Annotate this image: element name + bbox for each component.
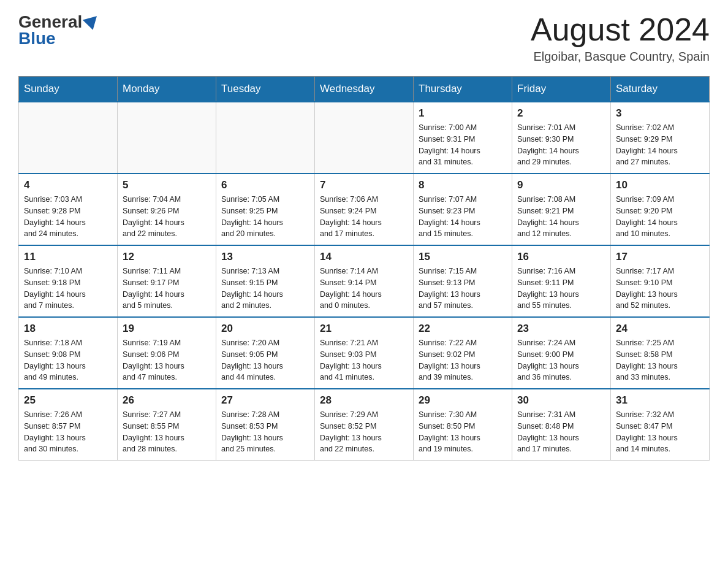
day-number: 26 xyxy=(123,394,211,407)
calendar-cell xyxy=(19,102,118,174)
calendar-week-row: 11Sunrise: 7:10 AM Sunset: 9:18 PM Dayli… xyxy=(19,245,710,317)
day-number: 15 xyxy=(419,251,507,263)
day-number: 16 xyxy=(517,251,605,263)
calendar-cell: 18Sunrise: 7:18 AM Sunset: 9:08 PM Dayli… xyxy=(19,317,118,389)
calendar-header-wednesday: Wednesday xyxy=(315,77,414,102)
sun-info: Sunrise: 7:29 AM Sunset: 8:52 PM Dayligh… xyxy=(320,409,408,455)
sun-info: Sunrise: 7:02 AM Sunset: 9:29 PM Dayligh… xyxy=(616,122,704,168)
sun-info: Sunrise: 7:24 AM Sunset: 9:00 PM Dayligh… xyxy=(517,337,605,383)
day-number: 12 xyxy=(123,251,211,263)
sun-info: Sunrise: 7:20 AM Sunset: 9:05 PM Dayligh… xyxy=(221,337,309,383)
calendar-cell: 19Sunrise: 7:19 AM Sunset: 9:06 PM Dayli… xyxy=(118,317,216,389)
calendar-cell: 25Sunrise: 7:26 AM Sunset: 8:57 PM Dayli… xyxy=(19,389,118,461)
calendar-header-thursday: Thursday xyxy=(414,77,512,102)
sun-info: Sunrise: 7:22 AM Sunset: 9:02 PM Dayligh… xyxy=(419,337,507,383)
calendar-cell: 10Sunrise: 7:09 AM Sunset: 9:20 PM Dayli… xyxy=(611,174,710,245)
logo: General Blue xyxy=(18,12,99,48)
day-number: 9 xyxy=(517,179,605,191)
calendar-cell: 9Sunrise: 7:08 AM Sunset: 9:21 PM Daylig… xyxy=(512,174,611,245)
day-number: 18 xyxy=(24,323,112,335)
sun-info: Sunrise: 7:16 AM Sunset: 9:11 PM Dayligh… xyxy=(517,266,605,312)
day-number: 27 xyxy=(221,394,309,407)
sun-info: Sunrise: 7:07 AM Sunset: 9:23 PM Dayligh… xyxy=(419,194,507,240)
calendar-week-row: 1Sunrise: 7:00 AM Sunset: 9:31 PM Daylig… xyxy=(19,102,710,174)
title-area: August 2024 Elgoibar, Basque Country, Sp… xyxy=(531,12,710,64)
sun-info: Sunrise: 7:31 AM Sunset: 8:48 PM Dayligh… xyxy=(517,409,605,455)
day-number: 24 xyxy=(616,323,704,335)
day-number: 11 xyxy=(24,251,112,263)
sun-info: Sunrise: 7:04 AM Sunset: 9:26 PM Dayligh… xyxy=(123,194,211,240)
sun-info: Sunrise: 7:21 AM Sunset: 9:03 PM Dayligh… xyxy=(320,337,408,383)
day-number: 19 xyxy=(123,323,211,335)
day-number: 21 xyxy=(320,323,408,335)
sun-info: Sunrise: 7:26 AM Sunset: 8:57 PM Dayligh… xyxy=(24,409,112,455)
day-number: 1 xyxy=(419,107,507,120)
sun-info: Sunrise: 7:00 AM Sunset: 9:31 PM Dayligh… xyxy=(419,122,507,168)
sun-info: Sunrise: 7:11 AM Sunset: 9:17 PM Dayligh… xyxy=(123,266,211,312)
sun-info: Sunrise: 7:30 AM Sunset: 8:50 PM Dayligh… xyxy=(419,409,507,455)
sun-info: Sunrise: 7:01 AM Sunset: 9:30 PM Dayligh… xyxy=(517,122,605,168)
day-number: 17 xyxy=(616,251,704,263)
calendar-cell: 4Sunrise: 7:03 AM Sunset: 9:28 PM Daylig… xyxy=(19,174,118,245)
calendar-cell: 2Sunrise: 7:01 AM Sunset: 9:30 PM Daylig… xyxy=(512,102,611,174)
sun-info: Sunrise: 7:17 AM Sunset: 9:10 PM Dayligh… xyxy=(616,266,704,312)
sun-info: Sunrise: 7:19 AM Sunset: 9:06 PM Dayligh… xyxy=(123,337,211,383)
month-year-title: August 2024 xyxy=(531,12,710,47)
sun-info: Sunrise: 7:25 AM Sunset: 8:58 PM Dayligh… xyxy=(616,337,704,383)
calendar-cell: 30Sunrise: 7:31 AM Sunset: 8:48 PM Dayli… xyxy=(512,389,611,461)
calendar-cell: 21Sunrise: 7:21 AM Sunset: 9:03 PM Dayli… xyxy=(315,317,414,389)
day-number: 7 xyxy=(320,179,408,191)
calendar-header-sunday: Sunday xyxy=(19,77,118,102)
calendar-cell xyxy=(118,102,216,174)
calendar-cell: 3Sunrise: 7:02 AM Sunset: 9:29 PM Daylig… xyxy=(611,102,710,174)
calendar-cell: 5Sunrise: 7:04 AM Sunset: 9:26 PM Daylig… xyxy=(118,174,216,245)
sun-info: Sunrise: 7:14 AM Sunset: 9:14 PM Dayligh… xyxy=(320,266,408,312)
calendar-cell: 26Sunrise: 7:27 AM Sunset: 8:55 PM Dayli… xyxy=(118,389,216,461)
sun-info: Sunrise: 7:10 AM Sunset: 9:18 PM Dayligh… xyxy=(24,266,112,312)
sun-info: Sunrise: 7:06 AM Sunset: 9:24 PM Dayligh… xyxy=(320,194,408,240)
calendar-cell: 22Sunrise: 7:22 AM Sunset: 9:02 PM Dayli… xyxy=(414,317,512,389)
day-number: 30 xyxy=(517,394,605,407)
calendar-cell: 16Sunrise: 7:16 AM Sunset: 9:11 PM Dayli… xyxy=(512,245,611,317)
day-number: 8 xyxy=(419,179,507,191)
calendar-week-row: 18Sunrise: 7:18 AM Sunset: 9:08 PM Dayli… xyxy=(19,317,710,389)
day-number: 29 xyxy=(419,394,507,407)
day-number: 25 xyxy=(24,394,112,407)
calendar-header-tuesday: Tuesday xyxy=(216,77,315,102)
logo-blue: Blue xyxy=(18,29,99,48)
calendar-cell xyxy=(216,102,315,174)
sun-info: Sunrise: 7:15 AM Sunset: 9:13 PM Dayligh… xyxy=(419,266,507,312)
calendar-cell: 20Sunrise: 7:20 AM Sunset: 9:05 PM Dayli… xyxy=(216,317,315,389)
calendar-week-row: 25Sunrise: 7:26 AM Sunset: 8:57 PM Dayli… xyxy=(19,389,710,461)
calendar-cell: 29Sunrise: 7:30 AM Sunset: 8:50 PM Dayli… xyxy=(414,389,512,461)
day-number: 10 xyxy=(616,179,704,191)
location-subtitle: Elgoibar, Basque Country, Spain xyxy=(531,50,710,64)
day-number: 3 xyxy=(616,107,704,120)
day-number: 20 xyxy=(221,323,309,335)
calendar-cell xyxy=(315,102,414,174)
calendar-cell: 23Sunrise: 7:24 AM Sunset: 9:00 PM Dayli… xyxy=(512,317,611,389)
calendar-cell: 8Sunrise: 7:07 AM Sunset: 9:23 PM Daylig… xyxy=(414,174,512,245)
sun-info: Sunrise: 7:32 AM Sunset: 8:47 PM Dayligh… xyxy=(616,409,704,455)
calendar-cell: 13Sunrise: 7:13 AM Sunset: 9:15 PM Dayli… xyxy=(216,245,315,317)
header: General Blue August 2024 Elgoibar, Basqu… xyxy=(18,12,710,64)
calendar-header-saturday: Saturday xyxy=(611,77,710,102)
sun-info: Sunrise: 7:28 AM Sunset: 8:53 PM Dayligh… xyxy=(221,409,309,455)
calendar-cell: 31Sunrise: 7:32 AM Sunset: 8:47 PM Dayli… xyxy=(611,389,710,461)
sun-info: Sunrise: 7:13 AM Sunset: 9:15 PM Dayligh… xyxy=(221,266,309,312)
calendar-cell: 24Sunrise: 7:25 AM Sunset: 8:58 PM Dayli… xyxy=(611,317,710,389)
calendar-cell: 6Sunrise: 7:05 AM Sunset: 9:25 PM Daylig… xyxy=(216,174,315,245)
day-number: 23 xyxy=(517,323,605,335)
day-number: 4 xyxy=(24,179,112,191)
day-number: 28 xyxy=(320,394,408,407)
sun-info: Sunrise: 7:18 AM Sunset: 9:08 PM Dayligh… xyxy=(24,337,112,383)
calendar-cell: 11Sunrise: 7:10 AM Sunset: 9:18 PM Dayli… xyxy=(19,245,118,317)
day-number: 14 xyxy=(320,251,408,263)
calendar-cell: 27Sunrise: 7:28 AM Sunset: 8:53 PM Dayli… xyxy=(216,389,315,461)
day-number: 31 xyxy=(616,394,704,407)
calendar-cell: 12Sunrise: 7:11 AM Sunset: 9:17 PM Dayli… xyxy=(118,245,216,317)
calendar-cell: 15Sunrise: 7:15 AM Sunset: 9:13 PM Dayli… xyxy=(414,245,512,317)
day-number: 6 xyxy=(221,179,309,191)
calendar-table: SundayMondayTuesdayWednesdayThursdayFrid… xyxy=(18,76,710,461)
calendar-header-monday: Monday xyxy=(118,77,216,102)
